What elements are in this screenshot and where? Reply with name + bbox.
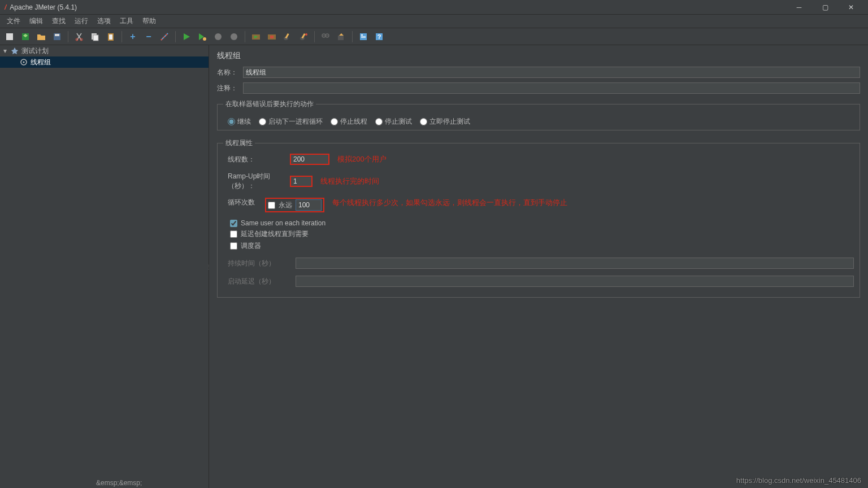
svg-point-35: [23, 62, 25, 63]
duration-input: [296, 258, 854, 269]
svg-rect-0: [6, 33, 13, 40]
menu-file[interactable]: 文件: [3, 15, 24, 27]
radio-stopnow[interactable]: 立即停止测试: [420, 117, 470, 127]
delay-input: [296, 276, 854, 287]
thread-props-group: 线程属性 线程数： 模拟200个用户 Ramp-Up时间（秒）： 线程执行完的时…: [217, 138, 860, 298]
scheduler-checkbox[interactable]: 调度器: [230, 241, 854, 251]
ramp-label: Ramp-Up时间（秒）：: [223, 172, 290, 191]
forever-checkbox[interactable]: 永远: [268, 201, 292, 210]
panel-title: 线程组: [217, 51, 860, 61]
clear-all-icon[interactable]: [297, 30, 310, 43]
testplan-icon: [10, 47, 19, 54]
annotation-ramp: 线程执行完的时间: [320, 176, 379, 186]
toggle-icon[interactable]: [158, 30, 171, 43]
stop-icon[interactable]: [212, 30, 224, 43]
svg-rect-19: [270, 36, 274, 38]
start-no-pause-icon[interactable]: [196, 30, 209, 43]
svg-point-14: [215, 33, 222, 40]
comments-label: 注释：: [217, 84, 243, 93]
function-helper-icon[interactable]: [335, 30, 348, 43]
templates-icon[interactable]: [19, 30, 32, 43]
duration-label: 持续时间（秒）: [223, 259, 296, 268]
svg-rect-8: [93, 35, 98, 41]
svg-point-15: [231, 33, 237, 40]
save-icon[interactable]: [51, 30, 63, 43]
window-title: Apache JMeter (5.4.1): [10, 3, 77, 11]
menu-edit[interactable]: 编辑: [26, 15, 46, 27]
annotation-threads: 模拟200个用户: [337, 154, 387, 164]
menu-search[interactable]: 查找: [49, 15, 69, 27]
threads-label: 线程数：: [223, 155, 290, 164]
svg-point-24: [305, 33, 307, 36]
svg-rect-27: [338, 36, 344, 40]
tree-root[interactable]: ▾ 测试计划: [0, 45, 209, 56]
templates2-icon[interactable]: [357, 30, 370, 43]
titlebar: / Apache JMeter (5.4.1) ─ ▢ ✕: [0, 0, 868, 15]
sameuser-checkbox[interactable]: Same user on each iteration: [230, 219, 854, 227]
new-icon[interactable]: [3, 30, 16, 43]
loop-label: 循环次数: [223, 198, 265, 212]
radio-continue[interactable]: 继续: [228, 117, 251, 127]
collapse-icon[interactable]: −: [142, 30, 155, 43]
stub-text: &emsp;&emsp;: [96, 479, 142, 487]
name-label: 名称：: [217, 68, 243, 77]
svg-point-13: [203, 37, 206, 41]
main-panel: 线程组 名称： 注释： 在取样器错误后要执行的动作 继续 启动下一进程循环 停止…: [209, 45, 868, 488]
svg-rect-4: [55, 34, 59, 36]
annotation-loop: 每个线程执行多少次，如果勾选永远，则线程会一直执行，直到手动停止: [332, 198, 854, 212]
name-input[interactable]: [243, 67, 860, 78]
error-action-group: 在取样器错误后要执行的动作 继续 启动下一进程循环 停止线程 停止测试 立即停止…: [217, 99, 860, 130]
menu-tools[interactable]: 工具: [116, 15, 137, 27]
tree-panel: ▾ 测试计划 线程组: [0, 45, 209, 488]
thread-props-legend: 线程属性: [223, 138, 255, 148]
menu-help[interactable]: 帮助: [139, 15, 159, 27]
copy-icon[interactable]: [89, 30, 101, 43]
svg-marker-11: [184, 33, 190, 40]
comments-input[interactable]: [243, 82, 860, 94]
toolbar: + − ?: [0, 28, 868, 45]
tree-root-label: 测试计划: [21, 46, 49, 56]
ramp-input[interactable]: [290, 176, 313, 187]
svg-rect-31: [361, 37, 366, 38]
clear-icon[interactable]: [281, 30, 294, 43]
radio-stoptest[interactable]: 停止测试: [375, 117, 412, 127]
radio-stopthread[interactable]: 停止线程: [331, 117, 367, 127]
remote-start-icon[interactable]: [250, 30, 262, 43]
menubar: 文件 编辑 查找 运行 选项 工具 帮助: [0, 15, 868, 28]
watermark: https://blog.csdn.net/weixin_45481406: [736, 476, 861, 485]
radio-startnext[interactable]: 启动下一进程循环: [259, 117, 323, 127]
delay-label: 启动延迟（秒）: [223, 277, 296, 286]
menu-run[interactable]: 运行: [71, 15, 92, 27]
delaycreate-checkbox[interactable]: 延迟创建线程直到需要: [230, 229, 854, 239]
threads-input[interactable]: [290, 154, 329, 165]
remote-stop-icon[interactable]: [266, 30, 278, 43]
search-tree-icon[interactable]: [319, 30, 332, 43]
svg-text:?: ?: [377, 33, 381, 40]
svg-rect-29: [361, 34, 363, 36]
minimize-button[interactable]: ─: [787, 1, 811, 14]
tree-threadgroup-label: 线程组: [31, 58, 51, 67]
error-action-legend: 在取样器错误后要执行的动作: [223, 99, 316, 109]
cut-icon[interactable]: [73, 30, 85, 43]
expand-icon[interactable]: +: [127, 30, 139, 43]
svg-rect-30: [361, 36, 366, 37]
svg-rect-10: [109, 34, 112, 40]
open-icon[interactable]: [35, 30, 47, 43]
jmeter-logo-icon: /: [5, 3, 6, 11]
start-icon[interactable]: [180, 30, 193, 43]
close-button[interactable]: ✕: [839, 1, 863, 14]
gear-icon: [19, 59, 28, 66]
loop-input[interactable]: [296, 199, 322, 211]
paste-icon[interactable]: [105, 30, 117, 43]
maximize-button[interactable]: ▢: [813, 1, 837, 14]
menu-options[interactable]: 选项: [94, 15, 114, 27]
shutdown-icon[interactable]: [228, 30, 240, 43]
help-icon[interactable]: ?: [373, 30, 385, 43]
tree-threadgroup[interactable]: 线程组: [0, 56, 209, 68]
